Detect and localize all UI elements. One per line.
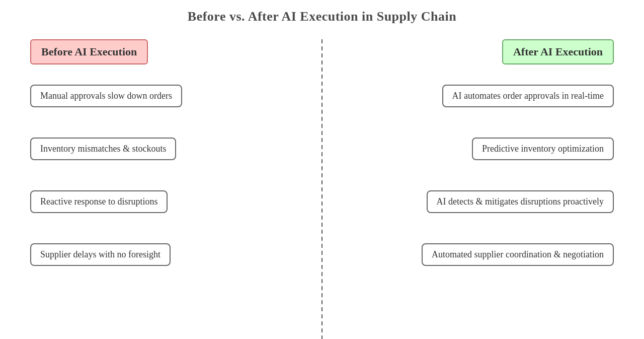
before-item-3: Reactive response to disruptions — [30, 190, 168, 213]
after-column: After AI Execution AI automates order ap… — [322, 39, 644, 339]
after-item-3: AI detects & mitigates disruptions proac… — [427, 190, 614, 213]
content-area: Before AI Execution Manual approvals slo… — [0, 39, 644, 339]
before-item-4: Supplier delays with no foresight — [30, 243, 171, 266]
before-item-1: Manual approvals slow down orders — [30, 85, 182, 107]
main-title: Before vs. After AI Execution in Supply … — [188, 9, 456, 24]
before-item-2: Inventory mismatches & stockouts — [30, 138, 176, 160]
before-column: Before AI Execution Manual approvals slo… — [0, 39, 322, 339]
after-header: After AI Execution — [502, 39, 614, 64]
after-item-1: AI automates order approvals in real-tim… — [442, 85, 614, 107]
after-item-4: Automated supplier coordination & negoti… — [422, 243, 614, 266]
after-item-2: Predictive inventory optimization — [472, 138, 614, 160]
center-divider — [321, 39, 323, 339]
divider-line — [321, 39, 323, 339]
before-header: Before AI Execution — [30, 39, 148, 64]
page-container: Before vs. After AI Execution in Supply … — [0, 0, 644, 339]
